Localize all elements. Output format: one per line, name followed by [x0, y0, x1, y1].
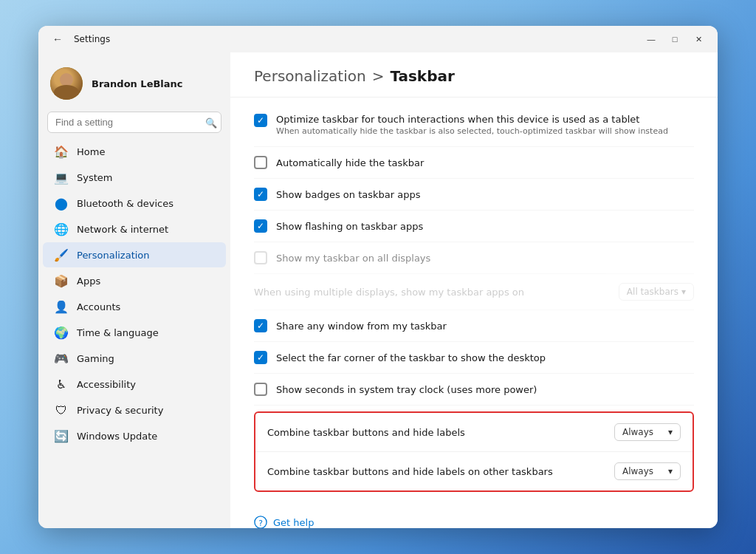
- breadcrumb-separator: >: [372, 67, 385, 85]
- search-icon[interactable]: 🔍: [205, 117, 217, 128]
- sidebar-item-label: Time & language: [77, 327, 159, 338]
- accessibility-icon: ♿: [55, 377, 68, 391]
- checkbox-show-flashing[interactable]: [254, 219, 267, 233]
- setting-multiple-displays: When using multiple displays, show my ta…: [254, 274, 694, 310]
- setting-text-optimize-touch: Optimize taskbar for touch interactions …: [276, 114, 668, 136]
- setting-label: Show flashing on taskbar apps: [276, 221, 694, 232]
- setting-combine-buttons: Combine taskbar buttons and hide labels …: [255, 413, 693, 451]
- checkbox-show-all-displays[interactable]: [254, 251, 267, 264]
- setting-show-flashing: Show flashing on taskbar apps: [254, 211, 694, 242]
- highlight-box: Combine taskbar buttons and hide labels …: [254, 411, 694, 492]
- breadcrumb-current: Taskbar: [390, 67, 454, 85]
- sidebar-item-home[interactable]: 🏠 Home: [43, 139, 226, 164]
- sidebar-item-label: Apps: [77, 276, 100, 287]
- sidebar-item-label: Home: [77, 146, 105, 157]
- sidebar-item-network[interactable]: 🌐 Network & internet: [43, 216, 226, 242]
- combine-buttons-dropdown[interactable]: Always ▾: [614, 423, 681, 441]
- setting-optimize-touch: Optimize taskbar for touch interactions …: [254, 103, 694, 147]
- titlebar-controls: — □ ✕: [641, 32, 709, 47]
- setting-auto-hide: Automatically hide the taskbar: [254, 147, 694, 179]
- maximize-button[interactable]: □: [664, 32, 685, 47]
- sidebar-item-label: Bluetooth & devices: [77, 198, 173, 209]
- setting-label: Combine taskbar buttons and hide labels …: [267, 466, 605, 477]
- setting-far-corner: Select the far corner of the taskbar to …: [254, 342, 694, 374]
- chevron-down-icon: ▾: [681, 287, 686, 297]
- sidebar-item-system[interactable]: 💻 System: [43, 165, 226, 190]
- settings-window: ← Settings — □ ✕ Brandon LeBlanc 🔍: [38, 26, 718, 528]
- content-area: Personalization > Taskbar Optimize taskb…: [230, 52, 718, 528]
- breadcrumb: Personalization > Taskbar: [254, 67, 694, 85]
- setting-label: Select the far corner of the taskbar to …: [276, 352, 694, 363]
- avatar-image: [50, 67, 83, 100]
- combine-buttons-other-dropdown[interactable]: Always ▾: [614, 462, 681, 480]
- sidebar-item-label: Gaming: [77, 353, 114, 364]
- content-header: Personalization > Taskbar: [230, 52, 718, 98]
- sidebar-item-time[interactable]: 🌍 Time & language: [43, 320, 226, 345]
- sidebar-nav: 🏠 Home 💻 System ⬤ Bluetooth & devices 🌐 …: [38, 139, 230, 448]
- setting-label: Automatically hide the taskbar: [276, 157, 694, 168]
- time-icon: 🌍: [55, 326, 68, 339]
- titlebar: ← Settings — □ ✕: [38, 26, 718, 52]
- bluetooth-icon: ⬤: [55, 196, 68, 210]
- setting-combine-buttons-other: Combine taskbar buttons and hide labels …: [255, 451, 693, 490]
- window-title: Settings: [74, 34, 110, 44]
- setting-label: Show seconds in system tray clock (uses …: [276, 384, 694, 395]
- user-profile: Brandon LeBlanc: [38, 58, 230, 112]
- sidebar-item-label: Personalization: [77, 250, 150, 261]
- sidebar-item-privacy[interactable]: 🛡 Privacy & security: [43, 397, 226, 423]
- back-button[interactable]: ←: [47, 29, 68, 49]
- breadcrumb-parent: Personalization: [254, 67, 366, 85]
- update-icon: 🔄: [55, 429, 68, 442]
- privacy-icon: 🛡: [55, 403, 68, 417]
- chevron-down-icon: ▾: [668, 427, 673, 437]
- gaming-icon: 🎮: [55, 352, 68, 365]
- get-help-link[interactable]: ? Get help: [254, 516, 694, 528]
- accounts-icon: 👤: [55, 300, 68, 313]
- setting-label: Show badges on taskbar apps: [276, 189, 694, 200]
- checkbox-share-window[interactable]: [254, 319, 267, 332]
- svg-text:?: ?: [258, 519, 263, 528]
- setting-label: Share any window from my taskbar: [276, 321, 694, 332]
- setting-show-all-displays: Show my taskbar on all displays: [254, 242, 694, 274]
- dropdown-value: Always: [622, 466, 653, 476]
- avatar: [50, 67, 83, 100]
- main-content: Brandon LeBlanc 🔍 🏠 Home 💻 System ⬤: [38, 52, 718, 528]
- sidebar-item-bluetooth[interactable]: ⬤ Bluetooth & devices: [43, 191, 226, 216]
- sidebar: Brandon LeBlanc 🔍 🏠 Home 💻 System ⬤: [38, 52, 230, 528]
- personalization-icon: 🖌️: [55, 248, 68, 261]
- sidebar-item-accessibility[interactable]: ♿ Accessibility: [43, 372, 226, 397]
- setting-label: Optimize taskbar for touch interactions …: [276, 114, 668, 125]
- help-icon: ?: [254, 516, 267, 528]
- close-button[interactable]: ✕: [688, 32, 709, 47]
- sidebar-item-apps[interactable]: 📦 Apps: [43, 268, 226, 293]
- checkbox-optimize-touch[interactable]: [254, 114, 267, 127]
- checkbox-far-corner[interactable]: [254, 351, 267, 364]
- sidebar-item-label: Privacy & security: [77, 405, 163, 416]
- setting-description: When automatically hide the taskbar is a…: [276, 126, 668, 136]
- minimize-button[interactable]: —: [641, 32, 662, 47]
- search-input[interactable]: [47, 112, 221, 133]
- get-help-label: Get help: [273, 517, 314, 528]
- multiple-displays-dropdown[interactable]: All taskbars ▾: [619, 283, 694, 301]
- system-icon: 💻: [55, 171, 68, 184]
- setting-show-seconds: Show seconds in system tray clock (uses …: [254, 374, 694, 406]
- sidebar-item-label: Accounts: [77, 301, 120, 312]
- sidebar-item-accounts[interactable]: 👤 Accounts: [43, 294, 226, 319]
- user-name: Brandon LeBlanc: [92, 78, 183, 89]
- checkbox-show-badges[interactable]: [254, 188, 267, 201]
- checkbox-show-seconds[interactable]: [254, 383, 267, 396]
- sidebar-item-gaming[interactable]: 🎮 Gaming: [43, 346, 226, 371]
- network-icon: 🌐: [55, 222, 68, 236]
- dropdown-value: Always: [622, 427, 653, 437]
- setting-label: Combine taskbar buttons and hide labels: [267, 427, 605, 438]
- checkbox-auto-hide[interactable]: [254, 156, 267, 169]
- search-box: 🔍: [47, 112, 221, 133]
- settings-list: Optimize taskbar for touch interactions …: [230, 98, 718, 504]
- sidebar-item-label: Accessibility: [77, 379, 136, 390]
- setting-share-window: Share any window from my taskbar: [254, 310, 694, 342]
- footer-links: ? Get help Give feedback: [230, 504, 718, 528]
- setting-label: Show my taskbar on all displays: [276, 253, 694, 264]
- sidebar-item-personalization[interactable]: 🖌️ Personalization: [43, 242, 226, 267]
- sidebar-item-update[interactable]: 🔄 Windows Update: [43, 423, 226, 448]
- titlebar-left: ← Settings: [47, 29, 110, 49]
